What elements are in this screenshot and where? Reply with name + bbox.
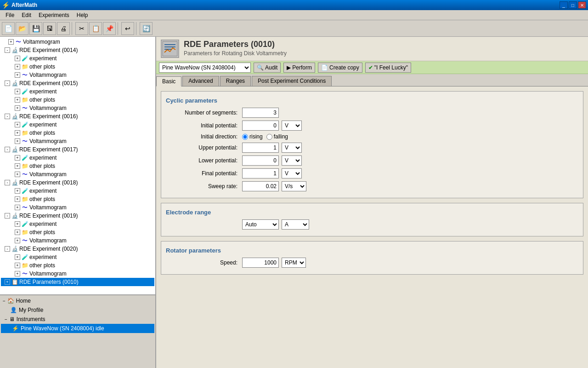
audit-button[interactable]: 🔍 Audit	[254, 63, 281, 73]
tree-expand-volt-0015[interactable]: +	[15, 105, 20, 111]
radio-falling[interactable]	[266, 134, 272, 140]
tree-expand-voltammogram-top[interactable]: +	[8, 39, 14, 45]
tree-expand-exp-0018[interactable]: +	[15, 188, 20, 194]
tree-expand-exp-0017[interactable]: +	[15, 155, 20, 161]
sweep-rate-input[interactable]	[242, 181, 279, 191]
refresh-button[interactable]: 🔄	[140, 22, 153, 35]
menu-edit[interactable]: Edit	[18, 11, 35, 19]
tree-item-otherplots-0016[interactable]: + 📁 other plots	[1, 129, 154, 137]
tree-item-otherplots-0017[interactable]: + 📁 other plots	[1, 162, 154, 170]
tree-item-experiment-0019[interactable]: + 🧪 experiment	[1, 220, 154, 228]
nav-home[interactable]: − 🏠 Home	[1, 296, 154, 305]
tree-expand-volt-0017[interactable]: +	[15, 172, 20, 177]
tree-expand-rde-0014[interactable]: -	[5, 47, 10, 53]
tree-expand-exp-0020[interactable]: +	[15, 254, 20, 260]
tab-ranges[interactable]: Ranges	[220, 76, 251, 86]
initial-potential-input[interactable]	[242, 121, 279, 131]
nav-device[interactable]: ⚡ Pine WaveNow (SN 2408004) idle	[1, 324, 154, 333]
tree-item-voltammogram-0018[interactable]: + 〜 Voltammogram	[1, 203, 154, 212]
menu-experiments[interactable]: Experiments	[35, 11, 73, 19]
initial-potential-unit[interactable]: VmV	[282, 121, 302, 131]
tree-item-rde-0014[interactable]: - 🔬 RDE Experiment (0014)	[1, 46, 154, 54]
instrument-selector[interactable]: Pine WaveNow (SN 2408004)	[159, 63, 251, 73]
tree-item-rde-0020[interactable]: - 🔬 RDE Experiment (0020)	[1, 245, 154, 253]
nav-instruments[interactable]: − 🖥 Instruments	[1, 315, 154, 324]
tree-item-otherplots-0014[interactable]: + 📁 other plots	[1, 63, 154, 71]
tree-expand-volt-0016[interactable]: +	[15, 138, 20, 144]
tab-post-experiment[interactable]: Post Experiment Conditions	[252, 76, 332, 86]
speed-input[interactable]	[242, 258, 279, 268]
tree-item-voltammogram-0019[interactable]: + 〜 Voltammogram	[1, 236, 154, 245]
tree-item-otherplots-0019[interactable]: + 📁 other plots	[1, 228, 154, 236]
tree-expand-volt-0020[interactable]: +	[15, 271, 20, 276]
undo-button[interactable]: ↩	[121, 22, 134, 35]
close-button[interactable]: ✕	[578, 1, 586, 9]
tree-item-experiment-0016[interactable]: + 🧪 experiment	[1, 121, 154, 129]
tree-expand-rde-0019[interactable]: -	[5, 213, 10, 218]
num-segments-input[interactable]	[242, 108, 279, 118]
tree-expand-volt-0019[interactable]: +	[15, 238, 20, 243]
tree-expand-otherplots-0015[interactable]: +	[15, 97, 20, 103]
nav-my-profile[interactable]: 👤 My Profile	[1, 305, 154, 315]
tree-item-otherplots-0015[interactable]: + 📁 other plots	[1, 96, 154, 104]
menu-help[interactable]: Help	[73, 11, 92, 19]
radio-rising[interactable]	[242, 134, 248, 140]
tree-item-rde-0017[interactable]: - 🔬 RDE Experiment (0017)	[1, 145, 154, 154]
tree-item-voltammogram-0016[interactable]: + 〜 Voltammogram	[1, 137, 154, 145]
tree-item-voltammogram-0017[interactable]: + 〜 Voltammogram	[1, 170, 154, 178]
lower-potential-unit[interactable]: VmV	[282, 155, 302, 166]
radio-rising-label[interactable]: rising	[242, 133, 263, 140]
copy-button[interactable]: 📋	[89, 22, 102, 35]
electrode-range-unit-select[interactable]: AmAµA	[282, 219, 309, 230]
tab-advanced[interactable]: Advanced	[182, 76, 219, 86]
tree-item-rde-0019[interactable]: - 🔬 RDE Experiment (0019)	[1, 212, 154, 220]
tree-item-experiment-0018[interactable]: + 🧪 experiment	[1, 187, 154, 195]
feel-lucky-button[interactable]: ✔ "I Feel Lucky"	[365, 63, 411, 73]
tree-expand-otherplots-0019[interactable]: +	[15, 230, 20, 235]
radio-falling-label[interactable]: falling	[266, 133, 288, 140]
tree-expand-rde-0018[interactable]: -	[5, 180, 10, 185]
tree-expand-exp-0015[interactable]: +	[15, 89, 20, 94]
tree-item-voltammogram-0014[interactable]: + 〜 Voltammogram	[1, 71, 154, 79]
cut-button[interactable]: ✂	[75, 22, 88, 35]
tree-item-voltammogram-0020[interactable]: + 〜 Voltammogram	[1, 270, 154, 278]
menu-file[interactable]: File	[2, 11, 18, 19]
tab-basic[interactable]: Basic	[156, 76, 181, 86]
save-as-button[interactable]: 🖫	[43, 22, 56, 35]
tree-expand-rde-0015[interactable]: -	[5, 80, 10, 86]
tree-expand-otherplots-0018[interactable]: +	[15, 196, 20, 202]
paste-button[interactable]: 📌	[103, 22, 116, 35]
tree-expand-rde-params-0010[interactable]: +	[5, 279, 10, 285]
create-copy-button[interactable]: 📄 Create copy	[318, 63, 362, 73]
tree-item-rde-0018[interactable]: - 🔬 RDE Experiment (0018)	[1, 178, 154, 187]
save-button[interactable]: 💾	[29, 22, 42, 35]
tree-item-experiment-0015[interactable]: + 🧪 experiment	[1, 87, 154, 96]
tree-item-experiment-0017[interactable]: + 🧪 experiment	[1, 154, 154, 162]
tree-expand-rde-0020[interactable]: -	[5, 246, 10, 252]
final-potential-unit[interactable]: VmV	[282, 168, 302, 178]
tree-item-experiment-0020[interactable]: + 🧪 experiment	[1, 253, 154, 261]
tree-item-rde-params-0010[interactable]: + 📋 RDE Parameters (0010)	[1, 278, 154, 286]
tree-expand-exp-0014[interactable]: +	[15, 56, 20, 61]
tree-item-rde-0015[interactable]: - 🔬 RDE Experiment (0015)	[1, 79, 154, 87]
tree-expand-rde-0016[interactable]: -	[5, 114, 10, 119]
tree-item-voltammogram-top[interactable]: + 〜 Voltammogram	[1, 38, 154, 46]
tree-item-voltammogram-0015[interactable]: + 〜 Voltammogram	[1, 104, 154, 112]
upper-potential-input[interactable]	[242, 143, 279, 153]
new-button[interactable]: 📄	[2, 22, 15, 35]
tree-expand-otherplots-0014[interactable]: +	[15, 64, 20, 69]
tree-expand-exp-0016[interactable]: +	[15, 122, 20, 127]
tree-expand-volt-0018[interactable]: +	[15, 205, 20, 210]
tree-item-otherplots-0020[interactable]: + 📁 other plots	[1, 261, 154, 270]
tree-expand-otherplots-0016[interactable]: +	[15, 130, 20, 136]
tree-item-rde-0016[interactable]: - 🔬 RDE Experiment (0016)	[1, 112, 154, 121]
restore-button[interactable]: □	[569, 1, 577, 9]
lower-potential-input[interactable]	[242, 155, 279, 166]
perform-button[interactable]: ▶ Perform	[283, 63, 315, 73]
open-button[interactable]: 📂	[16, 22, 28, 35]
tree-expand-rde-0017[interactable]: -	[5, 147, 10, 152]
tree-expand-otherplots-0020[interactable]: +	[15, 263, 20, 268]
tree-expand-exp-0019[interactable]: +	[15, 221, 20, 227]
tree-item-experiment-0014[interactable]: + 🧪 experiment	[1, 54, 154, 63]
tree-item-otherplots-0018[interactable]: + 📁 other plots	[1, 195, 154, 203]
